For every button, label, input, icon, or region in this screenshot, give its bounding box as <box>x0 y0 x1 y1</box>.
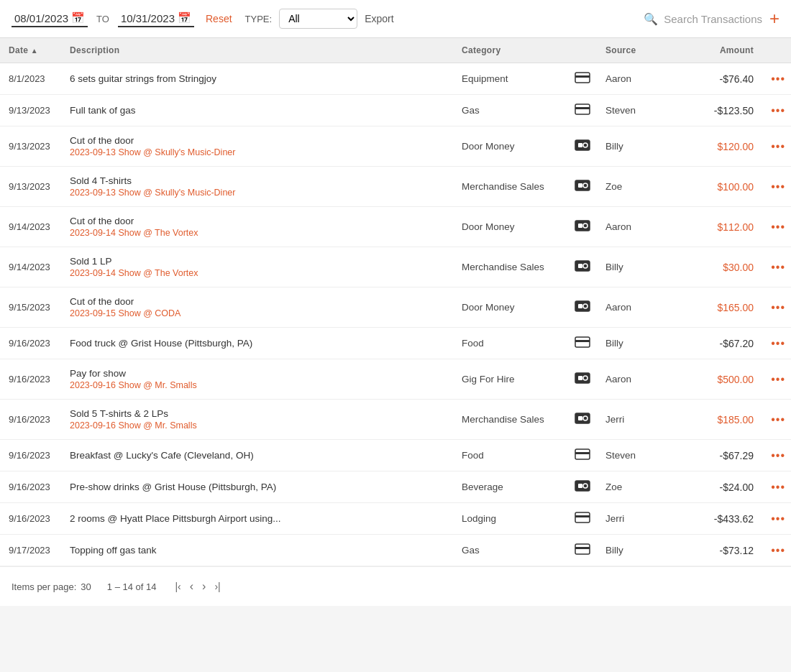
cell-category: Gig For Hire <box>453 359 568 400</box>
row-menu-button[interactable]: ••• <box>771 104 785 116</box>
footer: Items per page: 30 1 – 14 of 14 |‹ ‹ › ›… <box>0 566 791 606</box>
cell-category: Door Money <box>453 126 568 167</box>
cell-date: 9/16/2023 <box>0 503 61 535</box>
reset-button[interactable]: Reset <box>206 13 232 24</box>
cell-menu[interactable]: ••• <box>762 471 791 503</box>
desc-sub[interactable]: 2023-09-15 Show @ CODA <box>70 308 444 318</box>
cell-amount: -$67.20 <box>676 328 762 359</box>
cell-menu[interactable]: ••• <box>762 287 791 328</box>
cell-source: Jerri <box>597 400 676 440</box>
cell-description: Cut of the door2023-09-15 Show @ CODA <box>61 287 453 328</box>
row-menu-button[interactable]: ••• <box>771 481 785 493</box>
debit-icon <box>575 480 590 492</box>
cell-amount: $100.00 <box>676 167 762 207</box>
cell-menu[interactable]: ••• <box>762 503 791 535</box>
transactions-table: Date ▲ Description Category Source Amoun… <box>0 38 791 566</box>
prev-page-button[interactable]: ‹ <box>187 579 196 594</box>
svg-point-26 <box>583 416 587 420</box>
svg-point-12 <box>583 224 587 228</box>
add-button[interactable]: + <box>769 10 779 27</box>
cell-source: Billy <box>597 535 676 566</box>
col-menu <box>762 38 791 63</box>
cell-category: Door Money <box>453 207 568 247</box>
table-row: 9/16/2023Sold 5 T-shirts & 2 LPs2023-09-… <box>0 400 791 440</box>
search-placeholder[interactable]: Search Transactions <box>664 13 762 25</box>
svg-rect-33 <box>575 515 590 517</box>
table-row: 9/17/2023Topping off gas tankGasBilly-$7… <box>0 535 791 566</box>
cell-menu[interactable]: ••• <box>762 328 791 359</box>
cell-source: Jerri <box>597 503 676 535</box>
cell-menu[interactable]: ••• <box>762 126 791 167</box>
cell-description: 6 sets guitar strings from Stringjoy <box>61 63 453 95</box>
desc-sub[interactable]: 2023-09-13 Show @ Skully's Music-Diner <box>70 147 444 157</box>
row-menu-button[interactable]: ••• <box>771 261 785 273</box>
cell-date: 9/14/2023 <box>0 207 61 247</box>
cell-icon <box>568 535 597 566</box>
desc-sub[interactable]: 2023-09-16 Show @ Mr. Smalls <box>70 380 444 390</box>
end-date-container: 10/31/2023 📅 <box>118 10 194 27</box>
start-date: 08/01/2023 <box>14 12 68 24</box>
toolbar: 08/01/2023 📅 TO 10/31/2023 📅 Reset TYPE:… <box>0 0 791 38</box>
cell-icon <box>568 167 597 207</box>
cell-menu[interactable]: ••• <box>762 535 791 566</box>
desc-main: Pre-show drinks @ Grist House (Pittsburg… <box>70 482 444 492</box>
last-page-button[interactable]: ›| <box>211 579 223 594</box>
svg-rect-28 <box>575 452 590 454</box>
desc-sub[interactable]: 2023-09-16 Show @ Mr. Smalls <box>70 420 444 431</box>
col-icon <box>568 38 597 63</box>
cell-icon <box>568 328 597 359</box>
cell-menu[interactable]: ••• <box>762 440 791 471</box>
calendar-icon-end[interactable]: 📅 <box>178 11 191 24</box>
desc-sub[interactable]: 2023-09-13 Show @ Skully's Music-Diner <box>70 188 444 198</box>
calendar-icon-start[interactable]: 📅 <box>71 11 85 24</box>
row-menu-button[interactable]: ••• <box>771 73 785 85</box>
desc-main: Cut of the door <box>70 135 444 146</box>
row-menu-button[interactable]: ••• <box>771 337 785 349</box>
cell-source: Aaron <box>597 207 676 247</box>
row-menu-button[interactable]: ••• <box>771 512 785 525</box>
type-select[interactable]: All Income Expense <box>279 9 357 29</box>
row-menu-button[interactable]: ••• <box>771 301 785 313</box>
cell-menu[interactable]: ••• <box>762 400 791 440</box>
cell-date: 9/16/2023 <box>0 328 61 359</box>
row-menu-button[interactable]: ••• <box>771 449 785 461</box>
export-button[interactable]: Export <box>365 13 393 24</box>
row-menu-button[interactable]: ••• <box>771 180 785 193</box>
cell-date: 9/13/2023 <box>0 167 61 207</box>
type-label: TYPE: <box>245 14 273 24</box>
cell-icon <box>568 207 597 247</box>
cell-menu[interactable]: ••• <box>762 359 791 400</box>
search-box[interactable]: 🔍 Search Transactions <box>644 12 762 26</box>
cell-description: Sold 5 T-shirts & 2 LPs2023-09-16 Show @… <box>61 400 453 440</box>
cell-amount: $500.00 <box>676 359 762 400</box>
cell-date: 9/14/2023 <box>0 247 61 287</box>
row-menu-button[interactable]: ••• <box>771 140 785 152</box>
row-menu-button[interactable]: ••• <box>771 413 785 425</box>
first-page-button[interactable]: |‹ <box>172 579 183 594</box>
credit-card-icon <box>575 543 590 555</box>
row-menu-button[interactable]: ••• <box>771 373 785 385</box>
cell-category: Beverage <box>453 471 568 503</box>
row-menu-button[interactable]: ••• <box>771 221 785 233</box>
next-page-button[interactable]: › <box>199 579 209 594</box>
cell-category: Food <box>453 328 568 359</box>
desc-sub[interactable]: 2023-09-14 Show @ The Vortex <box>70 268 444 278</box>
cell-date: 9/16/2023 <box>0 440 61 471</box>
row-menu-button[interactable]: ••• <box>771 544 785 556</box>
table-row: 9/13/2023Full tank of gasGasSteven-$123.… <box>0 95 791 126</box>
col-date[interactable]: Date ▲ <box>0 38 61 63</box>
cell-source: Aaron <box>597 287 676 328</box>
cell-menu[interactable]: ••• <box>762 63 791 95</box>
cell-category: Merchandise Sales <box>453 247 568 287</box>
cell-menu[interactable]: ••• <box>762 167 791 207</box>
desc-main: Topping off gas tank <box>70 545 444 556</box>
svg-rect-1 <box>575 75 590 78</box>
cell-menu[interactable]: ••• <box>762 247 791 287</box>
cell-source: Zoe <box>597 471 676 503</box>
cell-source: Zoe <box>597 167 676 207</box>
cell-menu[interactable]: ••• <box>762 207 791 247</box>
cell-category: Merchandise Sales <box>453 167 568 207</box>
desc-sub[interactable]: 2023-09-14 Show @ The Vortex <box>70 228 444 238</box>
cell-menu[interactable]: ••• <box>762 95 791 126</box>
start-date-container: 08/01/2023 📅 <box>12 10 88 27</box>
